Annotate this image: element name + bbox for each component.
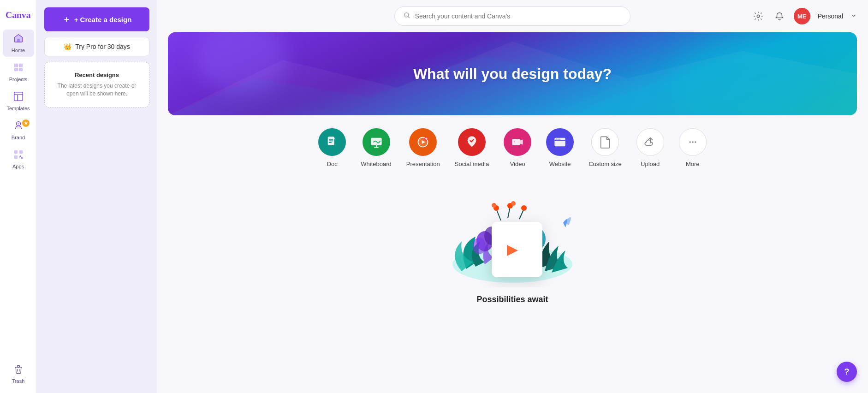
svg-point-52 xyxy=(521,205,527,211)
svg-rect-1 xyxy=(17,39,20,42)
design-types: Doc Whiteboard xyxy=(157,115,868,177)
plus-icon: ＋ xyxy=(62,14,71,25)
svg-rect-11 xyxy=(14,150,17,154)
sidebar-item-label-templates: Templates xyxy=(6,106,30,111)
design-type-social[interactable]: Social media xyxy=(455,128,489,167)
canva-logo[interactable]: Canva xyxy=(5,6,32,24)
upload-icon xyxy=(636,128,664,156)
website-icon xyxy=(546,128,574,156)
trash-label: Trash xyxy=(12,378,25,384)
search-icon xyxy=(403,12,410,21)
chevron-down-icon[interactable] xyxy=(850,12,857,20)
svg-point-47 xyxy=(492,203,496,208)
hero-title: What will you design today? xyxy=(413,66,612,83)
sidebar-item-label-projects: Projects xyxy=(9,77,28,82)
svg-rect-23 xyxy=(329,142,332,143)
sidebar: Canva Home Projects xyxy=(0,0,37,393)
sidebar-item-brand[interactable]: ★ Brand xyxy=(3,117,34,144)
svg-rect-21 xyxy=(329,139,333,140)
recent-designs-card: Recent designs The latest designs you cr… xyxy=(44,62,149,107)
design-type-upload[interactable]: Upload xyxy=(636,128,664,167)
video-label: Video xyxy=(510,161,525,167)
sidebar-item-apps[interactable]: Apps xyxy=(3,146,34,173)
design-type-custom[interactable]: Custom size xyxy=(589,128,622,167)
video-icon xyxy=(504,128,531,156)
create-design-button[interactable]: ＋ + Create a design xyxy=(44,7,149,31)
brand-badge: ★ xyxy=(22,119,30,127)
svg-rect-12 xyxy=(19,150,22,154)
help-label: ? xyxy=(844,367,850,377)
svg-point-41 xyxy=(473,238,486,254)
design-type-website[interactable]: Website xyxy=(546,128,574,167)
design-type-presentation[interactable]: Presentation xyxy=(406,128,440,167)
design-type-more[interactable]: More xyxy=(679,128,707,167)
sidebar-item-templates[interactable]: Templates xyxy=(3,88,34,115)
settings-button[interactable] xyxy=(751,9,765,23)
svg-rect-17 xyxy=(17,366,19,367)
svg-point-33 xyxy=(556,138,557,139)
svg-point-34 xyxy=(558,138,559,139)
sidebar-item-trash[interactable]: Trash xyxy=(3,361,34,387)
svg-rect-30 xyxy=(512,139,521,145)
sidebar-item-label-home: Home xyxy=(12,48,25,53)
doc-icon xyxy=(318,128,346,156)
svg-rect-22 xyxy=(329,141,333,142)
illustration-svg xyxy=(439,186,586,287)
recent-designs-description: The latest designs you create or open wi… xyxy=(54,82,140,98)
sidebar-item-projects[interactable]: Projects xyxy=(3,59,34,86)
svg-point-50 xyxy=(511,201,516,206)
svg-rect-53 xyxy=(492,222,542,277)
design-type-video[interactable]: Video xyxy=(504,128,531,167)
header: ME Personal xyxy=(157,0,868,32)
svg-point-38 xyxy=(695,141,696,143)
design-type-whiteboard[interactable]: Whiteboard xyxy=(361,128,391,167)
trash-icon xyxy=(14,365,23,376)
whiteboard-icon xyxy=(363,128,390,156)
main-content: ME Personal What will you design today? xyxy=(157,0,868,393)
user-name[interactable]: Personal xyxy=(818,12,843,20)
doc-label: Doc xyxy=(327,161,338,167)
presentation-icon xyxy=(409,128,437,156)
social-icon xyxy=(458,128,486,156)
svg-point-10 xyxy=(18,123,19,125)
svg-rect-5 xyxy=(18,68,22,71)
whiteboard-label: Whiteboard xyxy=(361,161,391,167)
hero-banner: What will you design today? xyxy=(168,32,857,115)
apps-icon xyxy=(13,149,24,162)
projects-icon xyxy=(13,62,24,75)
svg-rect-13 xyxy=(14,155,17,159)
sidebar-item-label-brand: Brand xyxy=(12,135,25,140)
templates-icon xyxy=(13,91,24,104)
design-type-doc[interactable]: Doc xyxy=(318,128,346,167)
try-pro-label: Try Pro for 30 days xyxy=(75,43,130,50)
svg-rect-4 xyxy=(14,68,18,71)
recent-designs-title: Recent designs xyxy=(54,71,140,78)
create-button-label: + Create a design xyxy=(74,16,132,24)
sidebar-item-home[interactable]: Home xyxy=(3,30,34,57)
home-icon xyxy=(13,33,24,46)
svg-rect-3 xyxy=(18,64,22,67)
svg-point-36 xyxy=(689,141,691,143)
svg-rect-14 xyxy=(21,157,23,159)
upload-label: Upload xyxy=(641,161,660,167)
more-icon xyxy=(679,128,707,156)
svg-rect-6 xyxy=(14,92,22,101)
svg-point-19 xyxy=(757,15,760,18)
help-button[interactable]: ? xyxy=(837,362,857,382)
search-input[interactable] xyxy=(415,12,622,20)
website-label: Website xyxy=(549,161,571,167)
crown-icon: 👑 xyxy=(64,43,71,50)
illustration-container xyxy=(439,186,586,287)
svg-point-37 xyxy=(692,141,694,143)
notifications-button[interactable] xyxy=(773,9,786,23)
more-label: More xyxy=(686,161,700,167)
custom-icon xyxy=(591,128,619,156)
svg-rect-2 xyxy=(14,64,18,67)
avatar-initials: ME xyxy=(797,13,807,20)
search-bar[interactable] xyxy=(394,6,631,26)
header-actions: ME Personal xyxy=(751,8,857,24)
left-panel: ＋ + Create a design 👑 Try Pro for 30 day… xyxy=(37,0,157,393)
try-pro-button[interactable]: 👑 Try Pro for 30 days xyxy=(44,37,149,56)
avatar[interactable]: ME xyxy=(794,8,810,24)
custom-label: Custom size xyxy=(589,161,622,167)
